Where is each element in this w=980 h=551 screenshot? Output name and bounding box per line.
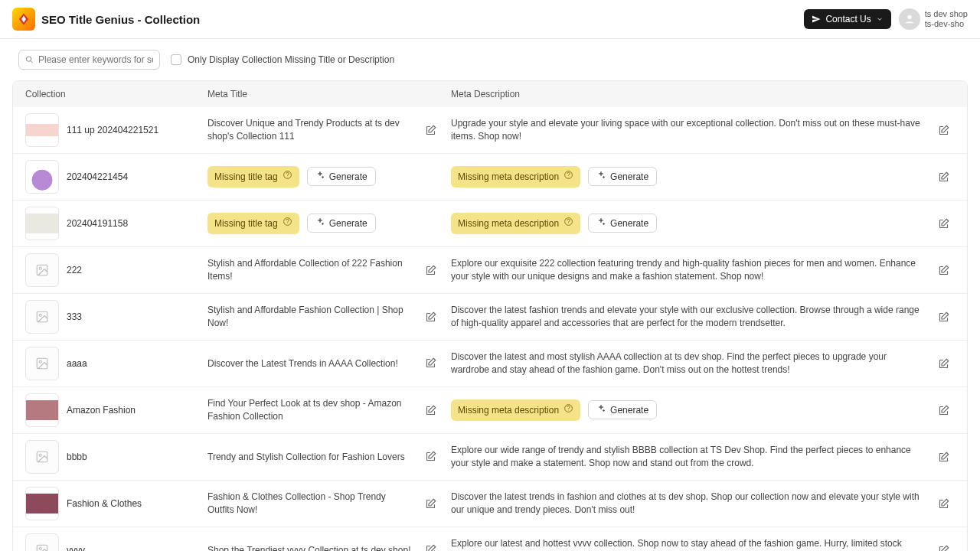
collection-thumbnail xyxy=(25,160,59,194)
cell-collection: Fashion & Clothes xyxy=(25,487,207,520)
collection-name: Fashion & Clothes xyxy=(67,498,142,509)
contact-us-label: Contact Us xyxy=(825,14,871,24)
cell-meta-description: Discover the latest and most stylish AAA… xyxy=(451,350,932,377)
meta-title-text: Discover Unique and Trendy Products at t… xyxy=(207,117,411,143)
cell-meta-title: Fashion & Clothes Collection - Shop Tren… xyxy=(207,491,451,517)
chevron-down-icon xyxy=(876,15,884,23)
missing-description-badge: Missing meta description xyxy=(451,213,580,234)
cell-collection: vvvv xyxy=(25,533,207,551)
app-logo xyxy=(12,8,35,31)
edit-description-button[interactable] xyxy=(932,125,955,136)
generate-title-button[interactable]: Generate xyxy=(307,214,376,233)
table-row: aaaaDiscover the Latest Trends in AAAA C… xyxy=(13,341,967,387)
help-icon[interactable] xyxy=(564,217,573,230)
edit-title-button[interactable] xyxy=(419,405,442,416)
cell-meta-description: Discover the latest trends in fashion an… xyxy=(451,491,932,517)
help-icon[interactable] xyxy=(564,170,573,184)
edit-description-button[interactable] xyxy=(932,545,955,552)
contact-us-button[interactable]: Contact Us xyxy=(804,9,890,29)
help-icon[interactable] xyxy=(283,217,292,230)
edit-description-button[interactable] xyxy=(932,498,955,510)
collection-name: 202404221454 xyxy=(67,171,128,182)
cell-meta-description: Explore our wide range of trendy and sty… xyxy=(451,444,932,470)
filter-missing-checkbox[interactable]: Only Display Collection Missing Title or… xyxy=(171,54,394,65)
col-header-title: Meta Title xyxy=(207,89,451,99)
cell-meta-title: Shop the Trendiest vvvv Collection at ts… xyxy=(207,544,451,551)
edit-title-button[interactable] xyxy=(419,357,442,369)
edit-title-button[interactable] xyxy=(419,544,442,551)
user-avatar[interactable] xyxy=(899,8,920,30)
help-icon[interactable] xyxy=(283,170,292,184)
filter-missing-label: Only Display Collection Missing Title or… xyxy=(188,54,394,65)
meta-description-text: Explore our latest and hottest vvvv coll… xyxy=(451,537,923,551)
cell-collection: 222 xyxy=(25,253,207,287)
send-icon xyxy=(812,15,821,24)
collection-thumbnail xyxy=(25,207,59,240)
generate-description-button[interactable]: Generate xyxy=(588,214,657,233)
svg-point-8 xyxy=(287,223,288,224)
generate-title-button[interactable]: Generate xyxy=(307,167,376,186)
meta-description-text: Explore our exquisite 222 collection fea… xyxy=(451,257,923,283)
meta-title-text: Find Your Perfect Look at ts dev shop - … xyxy=(207,397,411,423)
help-icon[interactable] xyxy=(564,403,573,417)
edit-description-button[interactable] xyxy=(932,265,955,276)
edit-title-button[interactable] xyxy=(419,265,442,276)
cell-meta-description: Explore our latest and hottest vvvv coll… xyxy=(451,537,932,551)
edit-description-button[interactable] xyxy=(932,358,955,370)
controls-bar: Only Display Collection Missing Title or… xyxy=(0,39,980,80)
cell-collection: Amazon Fashion xyxy=(25,393,207,427)
edit-title-button[interactable] xyxy=(419,451,442,462)
collection-thumbnail xyxy=(25,300,59,334)
table-row: 202404221454Missing title tagGenerateMis… xyxy=(13,154,967,201)
collection-name: 202404191158 xyxy=(67,218,128,229)
collection-thumbnail xyxy=(25,253,59,287)
generate-description-button[interactable]: Generate xyxy=(588,167,657,186)
user-info[interactable]: ts dev shop ts-dev-sho xyxy=(925,9,968,29)
user-shop-handle: ts-dev-sho xyxy=(925,19,968,29)
app-header: SEO Title Genius - Collection Contact Us… xyxy=(0,0,980,39)
meta-description-text: Discover the latest fashion trends and e… xyxy=(451,304,923,330)
sparkle-icon xyxy=(315,217,325,229)
table-row: 333Stylish and Affordable Fashion Collec… xyxy=(13,294,967,341)
cell-meta-description: Discover the latest fashion trends and e… xyxy=(451,304,932,330)
edit-description-button[interactable] xyxy=(932,218,955,230)
edit-title-button[interactable] xyxy=(419,311,442,323)
table-row: 111 up 202404221521Discover Unique and T… xyxy=(13,107,967,154)
missing-title-badge: Missing title tag xyxy=(207,213,299,234)
edit-description-button[interactable] xyxy=(932,311,955,323)
meta-title-text: Shop the Trendiest vvvv Collection at ts… xyxy=(207,544,411,551)
edit-description-button[interactable] xyxy=(932,452,955,463)
collection-table: Collection Meta Title Meta Description 1… xyxy=(12,80,968,551)
collection-thumbnail xyxy=(25,533,59,551)
svg-line-2 xyxy=(31,60,33,63)
meta-title-text: Fashion & Clothes Collection - Shop Tren… xyxy=(207,491,411,517)
collection-thumbnail xyxy=(25,347,59,380)
search-box[interactable] xyxy=(18,50,160,70)
sparkle-icon xyxy=(596,217,606,229)
checkbox-box xyxy=(171,54,181,65)
edit-title-button[interactable] xyxy=(419,125,442,136)
svg-point-0 xyxy=(907,15,911,19)
generate-description-button[interactable]: Generate xyxy=(588,400,657,419)
meta-title-text: Discover the Latest Trends in AAAA Colle… xyxy=(207,357,411,370)
missing-description-badge: Missing meta description xyxy=(451,399,580,421)
missing-description-badge: Missing meta description xyxy=(451,166,580,187)
svg-point-20 xyxy=(39,454,41,456)
cell-meta-title: Trendy and Stylish Collection for Fashio… xyxy=(207,451,451,464)
cell-meta-description: Missing meta descriptionGenerate xyxy=(451,399,932,421)
search-icon xyxy=(25,54,34,65)
edit-title-button[interactable] xyxy=(419,498,442,510)
search-input[interactable] xyxy=(38,54,153,65)
table-row: bbbbTrendy and Stylish Collection for Fa… xyxy=(13,434,967,481)
cell-meta-title: Stylish and Affordable Fashion Collectio… xyxy=(207,304,451,330)
edit-description-button[interactable] xyxy=(932,405,955,416)
table-row: Amazon FashionFind Your Perfect Look at … xyxy=(13,387,967,434)
meta-description-text: Discover the latest trends in fashion an… xyxy=(451,491,923,517)
cell-collection: 333 xyxy=(25,300,207,334)
cell-meta-description: Missing meta descriptionGenerate xyxy=(451,166,932,187)
cell-meta-title: Stylish and Affordable Collection of 222… xyxy=(207,257,451,283)
edit-description-button[interactable] xyxy=(932,171,955,183)
table-body[interactable]: 111 up 202404221521Discover Unique and T… xyxy=(13,107,967,551)
table-header: Collection Meta Title Meta Description xyxy=(13,81,967,107)
cell-meta-description: Missing meta descriptionGenerate xyxy=(451,213,932,234)
